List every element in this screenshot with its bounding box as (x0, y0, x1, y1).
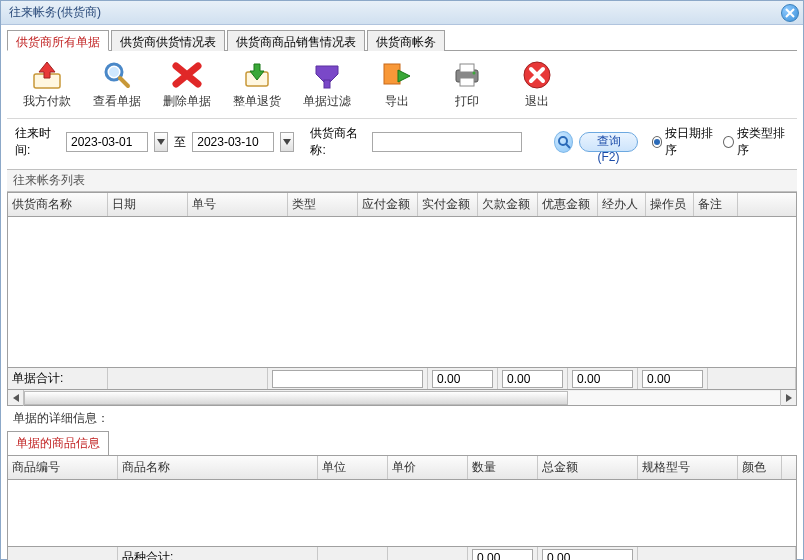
column-header[interactable]: 商品名称 (118, 456, 318, 479)
exit-icon (519, 59, 555, 91)
supplier-label: 供货商名称: (310, 125, 365, 159)
variety-qty[interactable] (472, 549, 533, 561)
pay-label: 我方付款 (23, 93, 71, 110)
svg-rect-9 (460, 78, 474, 86)
magnifier-icon[interactable] (554, 131, 574, 153)
main-window: 往来帐务(供货商) 供货商所有单据 供货商供货情况表 供货商商品销售情况表 供货… (0, 0, 804, 560)
radio-icon (723, 136, 734, 148)
column-header[interactable]: 供货商名称 (8, 193, 108, 216)
svg-point-10 (473, 72, 476, 75)
filter-label: 单据过滤 (303, 93, 351, 110)
subtab-goods-info[interactable]: 单据的商品信息 (7, 431, 109, 455)
svg-rect-5 (324, 80, 330, 88)
detail-grid-body[interactable] (8, 480, 796, 546)
print-icon (449, 59, 485, 91)
sort-by-type-radio[interactable]: 按类型排序 (723, 125, 789, 159)
column-header[interactable]: 日期 (108, 193, 188, 216)
date-to-dropdown[interactable] (280, 132, 294, 152)
delete-icon (169, 59, 205, 91)
transactions-grid: 供货商名称日期单号类型应付金额实付金额欠款金额优惠金额经办人操作员备注 (7, 192, 797, 368)
sort-date-label: 按日期排序 (665, 125, 717, 159)
column-header[interactable]: 优惠金额 (538, 193, 598, 216)
export-icon (379, 59, 415, 91)
grid-body[interactable] (8, 217, 796, 367)
detail-grid-header: 商品编号商品名称单位单价数量总金额规格型号颜色 (8, 456, 796, 480)
supplier-input[interactable] (372, 132, 522, 152)
totals-label: 单据合计: (8, 368, 108, 389)
tab-accounts[interactable]: 供货商帐务 (367, 30, 445, 51)
filter-icon (309, 59, 345, 91)
filter-bar: 往来时间: 至 供货商名称: 查询(F2) 按日期排序 按类型排序 (7, 119, 797, 165)
column-header[interactable]: 单号 (188, 193, 288, 216)
pay-button[interactable]: 我方付款 (19, 59, 75, 110)
upload-icon (29, 59, 65, 91)
horizontal-scrollbar[interactable] (7, 390, 797, 406)
svg-point-12 (559, 137, 567, 145)
column-header[interactable]: 数量 (468, 456, 538, 479)
scroll-track[interactable] (24, 391, 780, 405)
scroll-right-icon[interactable] (780, 390, 796, 406)
sort-type-label: 按类型排序 (737, 125, 789, 159)
detail-grid: 商品编号商品名称单位单价数量总金额规格型号颜色 (7, 455, 797, 547)
column-header[interactable]: 实付金额 (418, 193, 478, 216)
totals-paid[interactable] (502, 370, 563, 388)
window-title: 往来帐务(供货商) (9, 4, 781, 21)
export-button[interactable]: 导出 (369, 59, 425, 110)
column-header[interactable]: 欠款金额 (478, 193, 538, 216)
delete-button[interactable]: 删除单据 (159, 59, 215, 110)
filter-button[interactable]: 单据过滤 (299, 59, 355, 110)
totals-row: 单据合计: (7, 368, 797, 390)
variety-total-label: 品种合计: (118, 547, 318, 560)
to-label: 至 (174, 134, 186, 151)
time-label: 往来时间: (15, 125, 60, 159)
toolbar: 我方付款 查看单据 删除单据 整单退货 单据过滤 导出 (7, 51, 797, 119)
query-button[interactable]: 查询(F2) (579, 132, 637, 152)
sort-by-date-radio[interactable]: 按日期排序 (652, 125, 718, 159)
main-tabs: 供货商所有单据 供货商供货情况表 供货商商品销售情况表 供货商帐务 (7, 29, 797, 51)
totals-discount[interactable] (642, 370, 703, 388)
scroll-thumb[interactable] (24, 391, 568, 405)
variety-amount[interactable] (542, 549, 633, 561)
totals-owed[interactable] (572, 370, 633, 388)
totals-blank-input[interactable] (272, 370, 423, 388)
tab-supply-status[interactable]: 供货商供货情况表 (111, 30, 225, 51)
scroll-left-icon[interactable] (8, 390, 24, 406)
radio-icon (652, 136, 663, 148)
column-header[interactable]: 商品编号 (8, 456, 118, 479)
grid-header: 供货商名称日期单号类型应付金额实付金额欠款金额优惠金额经办人操作员备注 (8, 193, 796, 217)
view-button[interactable]: 查看单据 (89, 59, 145, 110)
content-area: 供货商所有单据 供货商供货情况表 供货商商品销售情况表 供货商帐务 我方付款 查… (1, 25, 803, 560)
delete-label: 删除单据 (163, 93, 211, 110)
column-header[interactable]: 操作员 (646, 193, 694, 216)
list-group-label: 往来帐务列表 (7, 169, 797, 192)
date-from-input[interactable] (66, 132, 148, 152)
detail-section-label: 单据的详细信息： (7, 406, 797, 431)
tab-sales-status[interactable]: 供货商商品销售情况表 (227, 30, 365, 51)
column-header[interactable]: 经办人 (598, 193, 646, 216)
detail-subtabs: 单据的商品信息 (7, 431, 797, 455)
totals-payable[interactable] (432, 370, 493, 388)
column-header[interactable]: 单价 (388, 456, 468, 479)
close-icon[interactable] (781, 4, 799, 22)
column-header[interactable]: 单位 (318, 456, 388, 479)
column-header[interactable]: 备注 (694, 193, 738, 216)
return-icon (239, 59, 275, 91)
return-button[interactable]: 整单退货 (229, 59, 285, 110)
column-header[interactable]: 应付金额 (358, 193, 418, 216)
column-header[interactable]: 总金额 (538, 456, 638, 479)
svg-line-3 (120, 78, 128, 86)
print-button[interactable]: 打印 (439, 59, 495, 110)
view-label: 查看单据 (93, 93, 141, 110)
column-header[interactable]: 规格型号 (638, 456, 738, 479)
exit-button[interactable]: 退出 (509, 59, 565, 110)
tab-all-bills[interactable]: 供货商所有单据 (7, 30, 109, 51)
date-to-input[interactable] (192, 132, 274, 152)
column-header[interactable]: 颜色 (738, 456, 782, 479)
column-header[interactable]: 类型 (288, 193, 358, 216)
titlebar: 往来帐务(供货商) (1, 1, 803, 25)
svg-point-2 (109, 67, 119, 77)
detail-totals-row: 品种合计: (7, 547, 797, 560)
svg-rect-8 (460, 64, 474, 72)
search-icon (99, 59, 135, 91)
date-from-dropdown[interactable] (154, 132, 168, 152)
